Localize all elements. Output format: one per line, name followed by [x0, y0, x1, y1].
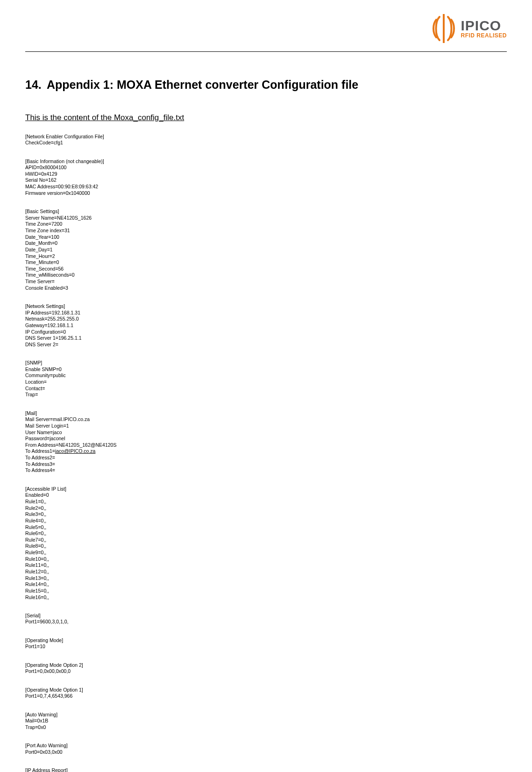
section-subheading: This is the content of the Moxa_config_f… [25, 113, 507, 122]
cfg-basic-settings: [Basic Settings] Server Name=NE4120S_162… [25, 208, 507, 291]
ipico-mark-icon [431, 14, 457, 43]
cfg-op-mode-opt2: [Operating Mode Option 2] Port1=0,0x00,0… [25, 662, 507, 675]
page-header: IPICO RFID REALISED [25, 9, 507, 52]
cfg-serial: [Serial] Port1=9600,3,0,1,0, [25, 613, 507, 625]
cfg-mail: [Mail] Mail Server=mail.IPICO.co.za Mail… [25, 410, 507, 474]
brand-logo: IPICO RFID REALISED [431, 14, 507, 43]
mail-to1-link[interactable]: jaco@IPICO.co.za [55, 448, 96, 454]
config-file-content: [Network Enabler Configuration File] Che… [25, 127, 507, 772]
cfg-network-enabler: [Network Enabler Configuration File] Che… [25, 134, 507, 146]
brand-tagline: RFID REALISED [461, 33, 507, 39]
mail-to1-label: To Address1= [25, 448, 55, 454]
cfg-basic-info: [Basic Information (not changeable)] API… [25, 158, 507, 197]
section-heading: 14. Appendix 1: MOXA Ethernet converter … [25, 78, 507, 92]
cfg-ip-addr-report: [IP Address Report] Server= Port=4002 Pe… [25, 767, 507, 772]
cfg-port-auto-warning: [Port Auto Warning] Port0=0x03,0x00 [25, 743, 507, 755]
cfg-accessible-ip: [Accessible IP List] Enabled=0 Rule1=0,,… [25, 486, 507, 601]
cfg-snmp: [SNMP] Enable SNMP=0 Community=public Lo… [25, 360, 507, 398]
cfg-network-settings: [Network Settings] IP Address=192.168.1.… [25, 303, 507, 348]
section-number: 14. [25, 78, 47, 92]
cfg-op-mode: [Operating Mode] Port1=10 [25, 637, 507, 650]
brand-text: IPICO [461, 18, 507, 33]
cfg-op-mode-opt1: [Operating Mode Option 1] Port1=0,7,4,65… [25, 687, 507, 700]
section-title-text: Appendix 1: MOXA Ethernet converter Conf… [47, 78, 358, 92]
cfg-auto-warning: [Auto Warning] Mail=0x1B Trap=0x0 [25, 712, 507, 731]
